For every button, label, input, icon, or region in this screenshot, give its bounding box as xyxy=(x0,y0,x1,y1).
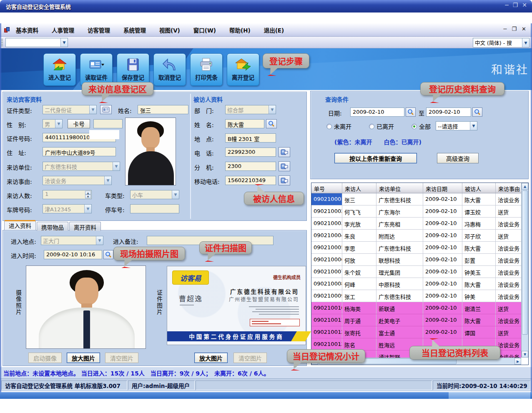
table-cell[interactable]: 2009-02-10 xyxy=(423,230,462,241)
minimize-icon[interactable]: ─ xyxy=(505,2,508,8)
table-cell[interactable]: 附而达 xyxy=(376,230,423,241)
ext-input[interactable]: 2300 xyxy=(225,162,276,171)
table-cell[interactable]: 广东德生科技 xyxy=(376,290,423,302)
visitor-name-input[interactable]: 张三 xyxy=(138,105,188,114)
menu-item-3[interactable]: 系统管理 xyxy=(123,25,147,35)
table-cell[interactable]: 2009-02-10 xyxy=(423,266,462,278)
toolbar-button-1[interactable]: 进入登记 xyxy=(43,53,76,86)
grip-handle[interactable] xyxy=(1,39,3,46)
table-cell[interactable]: 钟美玉 xyxy=(462,266,496,278)
call-mobile-button[interactable] xyxy=(279,175,290,185)
chevron-down-icon[interactable]: ▼ xyxy=(172,190,179,199)
tab-2[interactable]: 携带物品 xyxy=(37,222,68,231)
visited-name-input[interactable]: 陈大雷 xyxy=(225,119,264,128)
radio-circle-icon[interactable] xyxy=(326,124,332,129)
table-cell[interactable]: 广东德生科技 xyxy=(376,242,423,253)
id-photo-button-1[interactable]: 放大图片 xyxy=(194,353,228,363)
radio-已离开[interactable]: 已离开 xyxy=(369,122,394,130)
id-photo-button-2[interactable]: 清空图片 xyxy=(233,353,267,363)
table-cell[interactable]: 冯惠梅 xyxy=(462,218,496,229)
card-reader-button[interactable] xyxy=(100,105,112,114)
table-cell[interactable]: 2009-02-10 xyxy=(423,205,462,217)
chevron-down-icon[interactable]: ▼ xyxy=(89,105,96,114)
scroll-right-icon[interactable]: ▶ xyxy=(514,358,521,365)
table-cell[interactable]: 090210006 xyxy=(311,254,342,265)
table-cell[interactable]: 2009-02-10 xyxy=(423,326,462,338)
table-cell[interactable]: 谢清兰 xyxy=(462,302,496,314)
table-row[interactable]: 090210011周于通赴美电子2009-02-10陈大雷洽谈业务 xyxy=(311,314,528,326)
table-cell[interactable]: 杨海类 xyxy=(342,302,376,314)
table-row[interactable]: 090210007朱个奴理光集团2009-02-10钟美玉洽谈业务 xyxy=(311,266,528,278)
table-cell[interactable]: 2009-02-10 xyxy=(423,254,462,265)
column-header-5[interactable]: 被访人 xyxy=(462,183,496,193)
table-row[interactable]: 090210005李思广东德生科技2009-02-10陈大雷洽谈业务 xyxy=(311,242,528,254)
vertical-scrollbar[interactable]: ▲ ▼ xyxy=(521,183,528,358)
id-type-combobox[interactable]: 二代身份证 ▼ xyxy=(43,105,97,114)
table-cell[interactable]: 李光放 xyxy=(342,218,376,229)
table-cell[interactable]: 谭玉姣 xyxy=(462,205,496,217)
advanced-query-button[interactable]: 高级查询 xyxy=(437,153,479,163)
reason-combobox[interactable]: 洽谈业务 ▼ xyxy=(43,176,112,185)
chevron-down-icon[interactable]: ▼ xyxy=(470,122,477,130)
chevron-down-icon[interactable]: ▼ xyxy=(522,38,529,47)
column-header-4[interactable]: 来访日期 xyxy=(423,183,462,193)
radio-未离开[interactable]: 未离开 xyxy=(326,122,351,130)
status-select[interactable]: --请选择 ▼ xyxy=(436,121,477,130)
mdi-close-icon[interactable]: ✕ xyxy=(522,26,526,32)
date-from-input[interactable]: 2009-02-10 xyxy=(350,108,404,117)
menu-item-5[interactable]: 窗口(W) xyxy=(193,25,217,35)
title-bar[interactable]: 访客自动登记安全管理系统 ─ ❐ ✕ xyxy=(0,0,532,13)
call-ext-button[interactable] xyxy=(279,161,290,171)
toolbar-button-5[interactable]: 打印凭条 xyxy=(190,53,223,86)
address-input[interactable]: 广州市中山大道89号 xyxy=(43,147,116,156)
card-number-input[interactable] xyxy=(93,119,123,128)
entry-place-combobox[interactable]: 正大门 ▼ xyxy=(41,236,103,245)
table-cell[interactable]: 陈大雷 xyxy=(462,193,496,205)
table-cell[interactable]: 090210011 xyxy=(311,314,342,326)
table-cell[interactable]: 张三 xyxy=(342,193,376,205)
date-from-picker-button[interactable] xyxy=(406,108,416,117)
column-header-2[interactable]: 来访人 xyxy=(342,183,376,193)
table-row[interactable]: 090210001张三广东德生科技2009-02-10陈大雷洽谈业务 xyxy=(311,193,528,205)
requery-button[interactable]: 按以上条件重新查询 xyxy=(334,153,417,163)
table-row[interactable]: 090210008何峰中原科技2009-02-10陈大雷洽谈业务 xyxy=(311,278,528,290)
table-cell[interactable]: 朱个奴 xyxy=(342,266,376,278)
table-cell[interactable]: 090210004 xyxy=(311,230,342,241)
table-cell[interactable]: 钟美 xyxy=(462,290,496,302)
table-row[interactable]: 090210006何放联想科技2009-02-10彭置洽谈业务 xyxy=(311,254,528,266)
tab-1[interactable]: 进入资料 xyxy=(4,220,36,230)
table-cell[interactable]: 陈大雷 xyxy=(462,314,496,326)
table-row[interactable]: 090210002何飞飞广东海尔2009-02-10谭玉姣送货 xyxy=(311,205,528,218)
table-cell[interactable]: 李思 xyxy=(342,242,376,253)
menu-item-2[interactable]: 访客管理 xyxy=(87,25,111,35)
date-to-input[interactable]: 2009-02-10 xyxy=(426,108,471,117)
camera-button-1[interactable]: 启动摄像 xyxy=(28,353,62,363)
records-table[interactable]: 单号来访人来访单位来访日期被访人来访事由 090210001张三广东德生科技20… xyxy=(311,183,529,365)
close-icon[interactable]: ✕ xyxy=(522,2,527,8)
menu-item-7[interactable]: 退出(E) xyxy=(263,25,285,35)
vscroll-thumb[interactable] xyxy=(522,190,528,335)
card-number-button[interactable]: 卡号 xyxy=(68,119,90,128)
menu-item-4[interactable]: 视图(V) xyxy=(158,25,181,35)
chevron-down-icon[interactable]: ▼ xyxy=(60,38,68,47)
chevron-down-icon[interactable]: ▼ xyxy=(96,236,103,245)
chevron-down-icon[interactable]: ▼ xyxy=(84,205,91,213)
phone-input[interactable]: 22992300 xyxy=(225,148,276,157)
table-row[interactable]: 090210004朱良附而达2009-02-10邓子欣送货 xyxy=(311,230,528,242)
column-header-3[interactable]: 来访单位 xyxy=(376,183,423,193)
chevron-down-icon[interactable]: ▼ xyxy=(113,162,120,170)
table-cell[interactable]: 新联通 xyxy=(376,302,423,314)
table-cell[interactable]: 陈名 xyxy=(342,338,376,350)
table-cell[interactable]: 理光集团 xyxy=(376,266,423,278)
table-cell[interactable]: 富士通 xyxy=(376,326,423,338)
table-cell[interactable]: 广东海尔 xyxy=(376,205,423,217)
table-cell[interactable]: 赴美电子 xyxy=(376,314,423,326)
parking-input[interactable] xyxy=(130,204,179,213)
quick-search-combobox[interactable]: ▼ xyxy=(5,38,68,47)
menu-item-6[interactable]: 帮助(H) xyxy=(228,25,251,35)
table-cell[interactable]: 090210008 xyxy=(311,278,342,290)
radio-全部[interactable]: 全部 xyxy=(412,122,431,130)
restore-icon[interactable]: ❐ xyxy=(513,2,518,8)
table-row[interactable]: 090210012张寄托富士通2009-02-10谭国送货 xyxy=(311,326,528,338)
menu-item-0[interactable]: 基本资料 xyxy=(15,25,39,35)
